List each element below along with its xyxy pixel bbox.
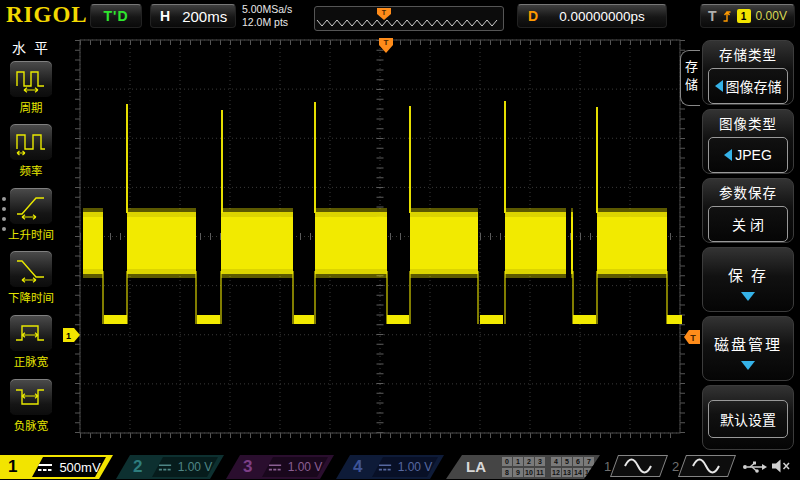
la-channel-15: 15 — [584, 468, 594, 477]
sample-rate: 5.00MSa/s — [242, 3, 292, 16]
la-channel-4: 4 — [551, 457, 561, 466]
la-channel-1: 1 — [513, 457, 523, 466]
trigger-status-text: T'D — [104, 8, 129, 24]
memory-position-bar[interactable]: T — [314, 6, 504, 31]
rise-time-icon — [13, 192, 49, 220]
left-arrow-icon — [724, 149, 732, 161]
delay-label: D — [528, 8, 538, 24]
coupling-dc-icon — [378, 462, 392, 472]
left-arrow-icon — [715, 80, 723, 92]
trigger-edge-icon — [722, 8, 732, 24]
fall-time-icon — [13, 255, 49, 283]
memory-depth: 12.0M pts — [242, 16, 292, 29]
svg-text:T: T — [384, 38, 389, 47]
top-status-bar: RIGOL T'D H 200ms 5.00MSa/s 12.0M pts T … — [0, 0, 800, 32]
la-channel-0: 0 — [502, 457, 512, 466]
trigger-source-badge: 1 — [737, 9, 751, 23]
coupling-dc-icon — [268, 462, 282, 472]
logic-analyzer-status[interactable]: LA 0123456789101112131415 — [446, 455, 600, 479]
svg-text:T: T — [382, 9, 387, 16]
la-channel-12: 12 — [551, 468, 561, 477]
trigger-level-marker[interactable]: T — [684, 330, 700, 344]
channel-status-bar: 1 500mV 2 1.00 V 3 — [0, 454, 800, 480]
la-channel-3: 3 — [535, 457, 545, 466]
measure-item-fall-time[interactable]: 下降时间 — [0, 250, 62, 305]
default-settings-button[interactable]: 默认设置 — [708, 400, 788, 438]
la-channel-8: 8 — [502, 468, 512, 477]
la-channel-6: 6 — [573, 457, 583, 466]
menu-storage-type[interactable]: 存储类型 图像存储 — [702, 40, 794, 105]
horizontal-label: H — [160, 8, 170, 24]
speaker-muted-icon — [771, 458, 791, 474]
memory-trigger-position-marker[interactable]: T — [377, 8, 391, 20]
measure-item-frequency[interactable]: 频率 — [0, 123, 62, 178]
la-channel-2: 2 — [524, 457, 534, 466]
storage-menu-tab: 存储 — [680, 50, 700, 106]
menu-parameter-save[interactable]: 参数保存 关 闭 — [702, 178, 794, 243]
source2-waveform-button[interactable] — [678, 455, 736, 477]
right-softkey-menu: 存储类型 图像存储 图像类型 JPEG 参数保存 关 闭 保 存 磁盘管理 — [700, 32, 800, 458]
source1-waveform-button[interactable] — [610, 455, 668, 477]
svg-text:1: 1 — [66, 331, 71, 341]
left-measure-menu: 水 平 周期 频率 上升时间 — [0, 32, 62, 458]
measure-item-period[interactable]: 周期 — [0, 60, 62, 115]
brand-logo: RIGOL — [6, 2, 88, 28]
measure-item-negative-pulse-width[interactable]: 负脉宽 — [0, 378, 62, 433]
storage-type-button[interactable]: 图像存储 — [708, 68, 788, 104]
menu-default-settings[interactable]: 默认设置 — [702, 385, 794, 450]
channel-3-status[interactable]: 3 1.00 V — [226, 455, 334, 479]
menu-disk-management[interactable]: 磁盘管理 — [702, 316, 794, 381]
parameter-save-button[interactable]: 关 闭 — [708, 206, 788, 242]
channel-1-status[interactable]: 1 500mV — [0, 455, 114, 479]
svg-text:T: T — [690, 333, 696, 343]
measure-item-positive-pulse-width[interactable]: 正脉宽 — [0, 314, 62, 369]
la-channel-grid: 0123456789101112131415 — [502, 457, 595, 479]
menu-save[interactable]: 保 存 — [702, 247, 794, 312]
trigger-level-value: 0.00V — [756, 9, 787, 23]
channel-4-status[interactable]: 4 1.00 V — [336, 455, 444, 479]
la-channel-7: 7 — [584, 457, 594, 466]
trigger-box[interactable]: T 1 0.00V — [700, 4, 795, 28]
down-arrow-icon — [741, 292, 755, 301]
measure-item-rise-time[interactable]: 上升时间 — [0, 187, 62, 242]
la-channel-11: 11 — [535, 468, 545, 477]
negative-pulse-width-icon — [13, 383, 49, 411]
down-arrow-icon — [741, 361, 755, 370]
positive-pulse-width-icon — [13, 319, 49, 347]
source1-label: 1 — [604, 459, 611, 474]
coupling-dc-icon — [158, 462, 172, 472]
period-icon — [13, 65, 49, 93]
la-channel-5: 5 — [562, 457, 572, 466]
trigger-label: T — [708, 8, 717, 24]
sine-wave-icon — [622, 457, 656, 475]
la-channel-13: 13 — [562, 468, 572, 477]
delay-value: 0.00000000ps — [538, 9, 666, 24]
trigger-status-badge: T'D — [90, 4, 142, 28]
channel-2-status[interactable]: 2 1.00 V — [116, 455, 224, 479]
timebase-value: 200ms — [182, 8, 227, 25]
acquisition-info: 5.00MSa/s 12.0M pts — [242, 3, 292, 29]
usb-icon — [742, 460, 768, 474]
left-menu-page-dots — [2, 197, 6, 237]
timebase-box[interactable]: H 200ms — [150, 4, 236, 28]
la-channel-9: 9 — [513, 468, 523, 477]
oscilloscope-screen: RIGOL T'D H 200ms 5.00MSa/s 12.0M pts T … — [0, 0, 800, 480]
delay-box[interactable]: D 0.00000000ps — [517, 4, 667, 28]
left-menu-title: 水 平 — [0, 37, 62, 57]
menu-image-type[interactable]: 图像类型 JPEG — [702, 109, 794, 174]
coupling-dc-icon — [37, 462, 53, 472]
source2-label: 2 — [672, 459, 679, 474]
sine-wave-icon — [690, 457, 724, 475]
waveform-display: T 1 — [62, 32, 690, 458]
frequency-icon — [13, 128, 49, 156]
la-channel-10: 10 — [524, 468, 534, 477]
image-type-button[interactable]: JPEG — [708, 137, 788, 173]
la-channel-14: 14 — [573, 468, 583, 477]
memory-waveform-preview — [317, 20, 497, 26]
